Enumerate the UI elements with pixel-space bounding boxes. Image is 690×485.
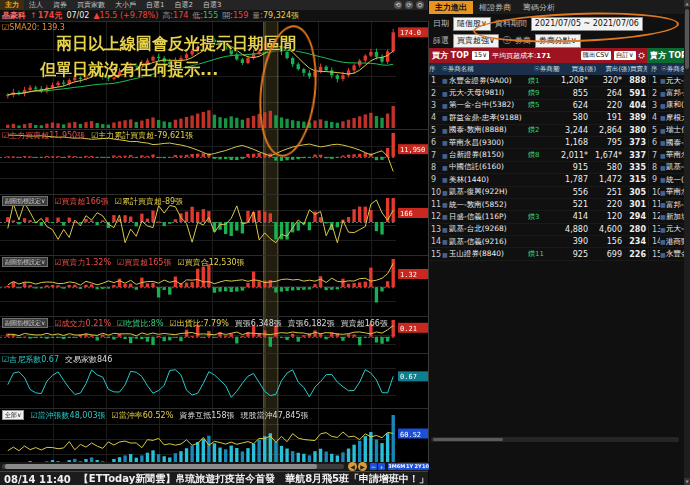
buy-broker-name[interactable]: 凱基-信義(9216)	[449, 237, 528, 247]
indicator-label-trade-power-3[interactable]: ☑出貨比:7.79%	[170, 319, 229, 328]
indicator-label-net-buy-2[interactable]: ☑累計買賣超-89張	[115, 197, 183, 206]
sell-col-1[interactable]: 序	[647, 65, 661, 74]
filter-select[interactable]: 買賣超強∨	[453, 34, 499, 48]
sell-broker-name[interactable]: 元大-土城	[666, 76, 684, 86]
buy-col-3[interactable]: ☉券商屬性	[534, 65, 560, 74]
broker-table-row-9[interactable]: 9■美林(1440)1,7871,4723159■統一(585C	[429, 174, 684, 186]
sell-broker-name[interactable]: 統一(585C	[666, 175, 684, 185]
scrollbar-down-arrow[interactable]: ▼	[684, 478, 690, 485]
broker-panel-hscrollbar[interactable]	[431, 437, 679, 442]
indicator-label-day-trade-3[interactable]: 資券互抵158張	[179, 411, 234, 420]
panel-indicator-select[interactable]: 副圖指標設定∨	[2, 257, 48, 267]
buy-top-n-select[interactable]: 15∨	[472, 51, 489, 60]
sell-broker-name[interactable]: 國泰-敦北	[666, 138, 684, 148]
zoom-out-button[interactable]: −	[370, 463, 377, 470]
sell-broker-name[interactable]: 富邦-嘉義	[666, 200, 684, 210]
broker-table-row-1[interactable]: 1■永豐金證券(9A00)鑽11,208*320*8881■元大-土城	[429, 75, 684, 87]
buy-broker-name[interactable]: 第一金-台中(5382)	[449, 100, 528, 110]
toolbar-tab-2[interactable]: 法人	[24, 0, 48, 10]
buy-broker-name[interactable]: 永豐金證券(9A00)	[449, 76, 528, 86]
broker-panel-hscroll-thumb[interactable]	[433, 438, 503, 441]
broker-table-row-10[interactable]: 10■凱基-復興(922H)55625130510■華南永昌	[429, 187, 684, 199]
sell-broker-name[interactable]: 富邦-建國	[666, 88, 684, 98]
panel-indicator-select[interactable]: 全部∨	[2, 410, 24, 420]
chart-scrollbar-thumb[interactable]	[5, 464, 317, 469]
broker-branch-select[interactable]: 券商分點∨	[535, 34, 581, 48]
toolbar-tab-3[interactable]: 資券	[48, 0, 72, 10]
buy-broker-name[interactable]: 凱基-台北(9268)	[449, 224, 528, 234]
broker-table-row-2[interactable]: 2■元大-天母(981I)鑽98552645912■富邦-建國	[429, 87, 684, 99]
indicator-label-day-trade-4[interactable]: 現股當沖47,845張	[241, 411, 309, 420]
indicator-label-buy-power-1[interactable]: ☑買賣力1.32%	[54, 258, 111, 267]
indicator-label-net-buy-1[interactable]: ☑買賣超166張	[54, 197, 108, 206]
broker-table-row-7[interactable]: 7■台新證券(8150)鑽82,011*1,674*3377■華南永昌-	[429, 149, 684, 161]
broker-table-row-6[interactable]: 6■華南永昌(9300)1,1687953736■國泰-敦北	[429, 137, 684, 149]
news-ticker[interactable]: 【ETToday新聞雲】帛琉旅遊打疫苗今首發 華航8月飛5班「申請增班中！」	[79, 472, 428, 485]
indicator-label-trade-power-6[interactable]: 買賣超166張	[341, 319, 388, 328]
buy-col-6[interactable]: 買賣差(張)▼	[630, 65, 647, 74]
sell-broker-name[interactable]: 新加坡商	[666, 212, 684, 222]
zoom-in-button[interactable]: ＋	[378, 463, 385, 470]
buy-broker-name[interactable]: 玉山證券(8840)	[449, 249, 528, 259]
broker-table-row-12[interactable]: 12■日盛-信義(116P)鑽341412029412■新加坡商	[429, 211, 684, 223]
export-csv-button[interactable]: 匯出CSV	[581, 51, 611, 60]
custom-button[interactable]: 自訂∨	[614, 51, 636, 60]
toolbar-tab-1[interactable]: 主力	[0, 0, 24, 10]
sell-broker-name[interactable]: 元大-樹林	[666, 224, 684, 234]
indicator-label-buy-power-2[interactable]: ☑買賣超165張	[117, 258, 171, 267]
broker-table-row-13[interactable]: 13■凱基-台北(9268)4,8804,60028013■元大-樹林	[429, 224, 684, 236]
refresh-icon[interactable]: ⟳	[405, 1, 413, 9]
date-mode-select[interactable]: 隨個股∨	[453, 17, 491, 31]
broker-tab-2[interactable]: 權證券商	[473, 1, 517, 14]
sell-broker-name[interactable]: 港商野村(	[666, 237, 684, 247]
buy-broker-name[interactable]: 中國信託(6160)	[449, 162, 528, 172]
panel-indicator-select[interactable]: 副圖指標設定∨	[2, 318, 48, 328]
broker-table-row-5[interactable]: 5■國泰-敦南(8888)鑽23,2442,8643805■瑞士信貸(	[429, 125, 684, 137]
buy-broker-name[interactable]: 群益金鼎-忠孝(9188)	[449, 113, 528, 123]
buy-col-1[interactable]: 序	[429, 65, 442, 74]
broker-table-row-4[interactable]: 4■群益金鼎-忠孝(9188)5801913894■摩根大通(	[429, 112, 684, 124]
broker-table-row-11[interactable]: 11■統一-敦南(5852)52122030111■富邦-嘉義	[429, 199, 684, 211]
sell-col-2[interactable]: ☉券商名稱	[661, 65, 684, 74]
broker-table-row-8[interactable]: 8■中國信託(6160)9155803358■凱基-松山	[429, 162, 684, 174]
indicator-label-main-1[interactable]: ☑SMA20: 139.3	[2, 23, 65, 32]
indicator-label-gini-2[interactable]: 交易家數846	[65, 355, 112, 364]
indicator-label-main-force-1[interactable]: ☑主力買賣超11,950張	[2, 131, 85, 140]
period-1y-button[interactable]: 1Y	[405, 463, 414, 470]
buy-col-4[interactable]: 買進(張)	[560, 65, 596, 74]
scroll-right-button[interactable]: ▶	[358, 462, 367, 471]
broker-tab-1[interactable]: 主力進出	[429, 1, 473, 14]
buy-broker-name[interactable]: 華南永昌(9300)	[449, 138, 528, 148]
buy-broker-name[interactable]: 美林(1440)	[449, 175, 528, 185]
vertical-scrollbar-thumb[interactable]	[685, 9, 689, 69]
settings-icon[interactable]: ⛭	[416, 1, 424, 9]
scroll-left-button[interactable]: ◀	[348, 462, 357, 471]
history-icon[interactable]: ⟲	[394, 1, 402, 9]
panel-indicator-select[interactable]: 副圖指標設定∨	[2, 196, 48, 206]
toolbar-tab-6[interactable]: 自選1	[141, 0, 169, 10]
sell-broker-name[interactable]: 華南永昌-	[666, 150, 684, 160]
scrollbar-up-arrow[interactable]: ▲	[684, 0, 690, 7]
indicator-label-day-trade-2[interactable]: ☑當沖率60.52%	[112, 411, 174, 420]
indicator-label-trade-power-5[interactable]: 賣張6,182張	[288, 319, 335, 328]
indicator-label-gini-1[interactable]: ☑吉尼系數0.67	[2, 355, 59, 364]
toolbar-tab-7[interactable]: 自選2	[169, 0, 197, 10]
sell-broker-name[interactable]: 瑞士信貸(	[666, 125, 684, 135]
sell-broker-name[interactable]: 康和(8450	[666, 100, 684, 110]
indicator-label-trade-power-4[interactable]: 買張6,348張	[235, 319, 282, 328]
info-icon[interactable]: ⓘ	[503, 35, 511, 46]
buy-broker-name[interactable]: 凱基-復興(922H)	[449, 187, 528, 197]
indicator-label-main-force-2[interactable]: ☑主力累計買賣超-79,621張	[91, 131, 193, 140]
buy-broker-name[interactable]: 日盛-信義(116P)	[449, 212, 528, 222]
date-range-box[interactable]: 2021/07/05 ~ 2021/07/06	[531, 17, 643, 31]
toolbar-tab-8[interactable]: 自選3	[198, 0, 226, 10]
indicator-label-trade-power-1[interactable]: ☑成交力0.21%	[54, 319, 111, 328]
sell-broker-name[interactable]: 摩根大通(	[666, 113, 684, 123]
indicator-label-buy-power-3[interactable]: ☑買賣合12,530張	[177, 258, 244, 267]
broker-table-row-14[interactable]: 14■凱基-信義(9216)39015623414■港商野村(	[429, 236, 684, 248]
sell-broker-name[interactable]: 凱基-松山	[666, 162, 684, 172]
toolbar-tab-4[interactable]: 買賣家數	[72, 0, 110, 10]
broker-table-row-3[interactable]: 3■第一金-台中(5382)鑽56242204043■康和(8450	[429, 100, 684, 112]
buy-col-5[interactable]: 賣出(張)	[596, 65, 630, 74]
broker-tab-3[interactable]: 籌碼分析	[517, 1, 561, 14]
